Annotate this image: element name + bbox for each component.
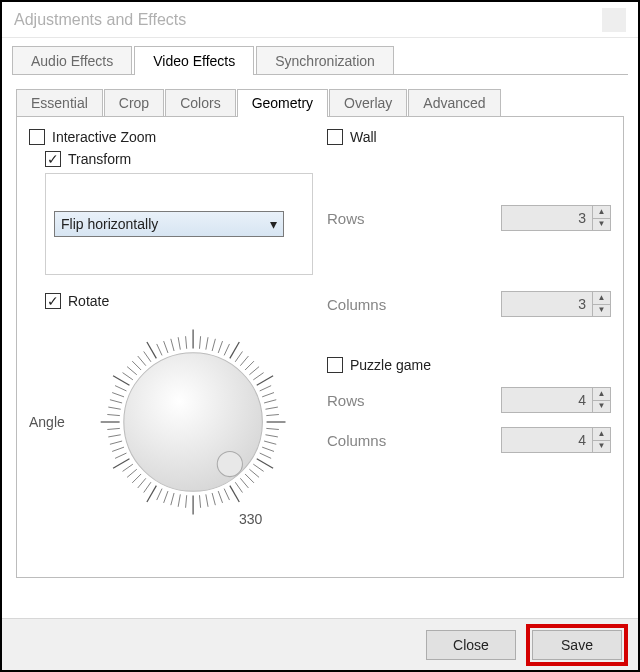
tab-audio-effects[interactable]: Audio Effects [12,46,132,75]
svg-point-73 [217,451,242,476]
svg-line-16 [265,407,277,409]
puzzle-cols-stepper[interactable]: ▲▼ [592,428,610,452]
rotate-checkbox[interactable]: ✓ [45,293,61,309]
angle-dial[interactable] [73,317,313,527]
video-effects-panel: Essential Crop Colors Geometry Overlay A… [16,89,624,578]
svg-line-31 [224,489,229,500]
wall-rows-stepper[interactable]: ▲▼ [592,206,610,230]
svg-line-43 [144,482,151,492]
svg-line-58 [112,393,124,397]
wall-rows-spin[interactable]: 3 ▲▼ [501,205,611,231]
svg-point-72 [124,353,263,492]
svg-line-33 [212,493,215,505]
wall-label: Wall [350,129,377,145]
puzzle-cols-label: Columns [327,432,417,449]
svg-line-51 [110,441,122,444]
svg-line-23 [260,453,271,458]
wall-cols-stepper[interactable]: ▲▼ [592,292,610,316]
svg-line-64 [138,356,146,366]
svg-line-22 [262,447,274,451]
svg-line-14 [262,393,274,397]
svg-line-42 [147,486,156,502]
svg-line-68 [163,341,167,353]
svg-line-53 [107,428,120,429]
subtab-colors[interactable]: Colors [165,89,235,116]
svg-line-37 [185,495,186,508]
interactive-zoom-row[interactable]: Interactive Zoom [29,129,313,145]
svg-line-5 [224,344,229,355]
svg-line-15 [264,400,276,403]
subtab-crop[interactable]: Crop [104,89,164,116]
svg-line-24 [257,459,273,468]
tab-synchronization[interactable]: Synchronization [256,46,394,75]
svg-line-44 [138,478,146,488]
svg-line-71 [185,336,186,349]
puzzle-section: Puzzle game Rows 4 ▲▼ Columns 4 ▲▼ [327,357,611,453]
svg-line-4 [218,341,222,353]
svg-line-34 [206,494,208,506]
close-button[interactable]: Close [426,630,516,660]
svg-line-70 [178,337,180,349]
svg-line-25 [253,464,263,471]
svg-line-1 [199,336,200,349]
svg-line-30 [230,486,239,502]
transform-label: Transform [68,151,131,167]
svg-line-46 [127,469,137,477]
svg-line-66 [147,342,156,358]
sub-tabs: Essential Crop Colors Geometry Overlay A… [16,89,624,116]
wall-cols-field: Columns 3 ▲▼ [327,291,611,317]
svg-line-19 [266,428,279,429]
subtab-essential[interactable]: Essential [16,89,103,116]
svg-line-28 [240,478,248,488]
rotate-dial-wrap: Angle [29,317,313,535]
svg-line-60 [113,376,129,385]
primary-tabs: Audio Effects Video Effects Synchronizat… [2,38,638,75]
subtab-overlay[interactable]: Overlay [329,89,407,116]
interactive-zoom-checkbox[interactable] [29,129,45,145]
interactive-zoom-label: Interactive Zoom [52,129,156,145]
puzzle-cols-spin[interactable]: 4 ▲▼ [501,427,611,453]
wall-section: Wall Rows 3 ▲▼ Columns 3 ▲▼ [327,129,611,317]
subtab-advanced[interactable]: Advanced [408,89,500,116]
wall-row[interactable]: Wall [327,129,611,145]
wall-cols-spin[interactable]: 3 ▲▼ [501,291,611,317]
titlebar: Adjustments and Effects [2,2,638,38]
wall-checkbox[interactable] [327,129,343,145]
tab-video-effects[interactable]: Video Effects [134,46,254,75]
svg-line-20 [265,435,277,437]
svg-line-12 [257,376,273,385]
save-highlight: Save [526,624,628,666]
window-close-placeholder[interactable] [602,8,626,32]
svg-line-61 [122,373,132,380]
puzzle-checkbox[interactable] [327,357,343,373]
svg-line-55 [107,414,120,415]
puzzle-rows-spin[interactable]: 4 ▲▼ [501,387,611,413]
puzzle-row[interactable]: Puzzle game [327,357,611,373]
svg-line-59 [115,386,126,391]
svg-line-21 [264,441,276,444]
svg-line-40 [163,491,167,503]
svg-line-17 [266,414,279,415]
transform-row[interactable]: ✓ Transform [45,151,313,167]
rotate-row[interactable]: ✓ Rotate [45,293,313,309]
subtab-geometry[interactable]: Geometry [237,89,328,116]
wall-cols-label: Columns [327,296,417,313]
transform-checkbox[interactable]: ✓ [45,151,61,167]
puzzle-cols-field: Columns 4 ▲▼ [327,427,611,453]
svg-line-65 [144,351,151,361]
puzzle-label: Puzzle game [350,357,431,373]
svg-line-3 [212,339,215,351]
svg-line-10 [249,367,259,375]
transform-combo[interactable]: Flip horizontally ▾ [54,211,284,237]
puzzle-rows-stepper[interactable]: ▲▼ [592,388,610,412]
svg-line-27 [245,474,254,483]
save-button[interactable]: Save [532,630,622,660]
svg-line-63 [132,361,141,370]
svg-line-2 [206,337,208,349]
svg-line-39 [171,493,174,505]
puzzle-rows-field: Rows 4 ▲▼ [327,387,611,413]
svg-line-56 [108,407,120,409]
puzzle-cols-value: 4 [502,428,592,452]
svg-line-38 [178,494,180,506]
geometry-left-column: Interactive Zoom ✓ Transform Flip horizo… [29,129,313,565]
